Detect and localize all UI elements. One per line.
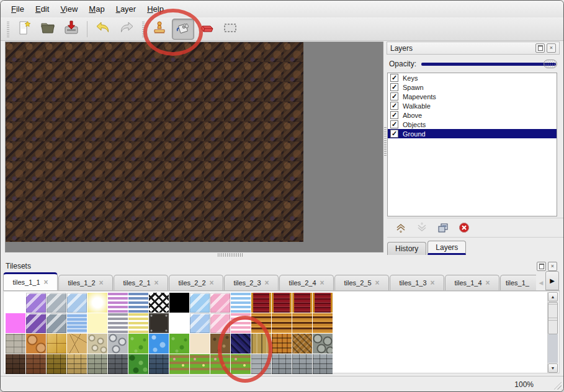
toolbar-drag-handle[interactable] — [6, 21, 10, 37]
save-map-button[interactable] — [60, 19, 83, 40]
layer-visibility-checkbox[interactable]: ✓ — [390, 111, 398, 119]
open-map-button[interactable] — [37, 19, 59, 40]
layer-visibility-checkbox[interactable]: ✓ — [390, 92, 398, 100]
layer-row-objects[interactable]: ✓Objects — [388, 120, 557, 129]
palette-tile-r3-c11[interactable] — [231, 354, 251, 374]
palette-tile-r1-c5[interactable] — [108, 313, 128, 333]
float-panel-icon[interactable] — [535, 43, 545, 53]
palette-tile-r1-c4[interactable] — [87, 313, 107, 333]
layer-row-keys[interactable]: ✓Keys — [388, 73, 557, 82]
tab-close-icon[interactable]: × — [431, 279, 435, 287]
scroll-up-icon[interactable]: ▲ — [548, 292, 558, 301]
tileset-tab-tiles_2_1[interactable]: tiles_2_1× — [114, 275, 168, 290]
palette-tile-r0-c7[interactable] — [149, 293, 169, 313]
palette-tile-r2-c4[interactable] — [87, 334, 107, 354]
menu-view[interactable]: View — [55, 3, 83, 15]
delete-layer-button[interactable] — [458, 221, 470, 234]
float-tilesets-icon[interactable] — [537, 262, 546, 271]
toolbar-drag-handle-2[interactable] — [141, 21, 145, 37]
map-ground-tiles[interactable] — [6, 42, 303, 242]
palette-tile-r3-c15[interactable] — [313, 354, 333, 374]
palette-tile-r2-c11[interactable] — [231, 334, 251, 354]
layer-row-above[interactable]: ✓Above — [388, 110, 557, 120]
layer-row-mapevents[interactable]: ✓Mapevents — [388, 92, 557, 101]
palette-tile-r2-c12[interactable] — [251, 334, 271, 354]
palette-tile-r1-c10[interactable] — [210, 313, 230, 333]
palette-tile-r1-c2[interactable] — [47, 313, 66, 333]
undo-button[interactable] — [92, 19, 114, 40]
tab-layers[interactable]: Layers — [427, 241, 466, 255]
palette-tile-r1-c3[interactable] — [67, 313, 87, 333]
palette-tile-r3-c8[interactable] — [169, 354, 189, 374]
new-map-button[interactable] — [13, 19, 35, 40]
palette-tile-r3-c2[interactable] — [47, 354, 66, 374]
duplicate-layer-button[interactable] — [437, 221, 449, 234]
palette-scrollbar-track[interactable] — [548, 334, 558, 363]
palette-tile-r2-c13[interactable] — [272, 334, 292, 354]
palette-tile-r1-c13[interactable] — [272, 313, 292, 333]
palette-tile-r1-c9[interactable] — [190, 313, 210, 333]
palette-tile-r3-c6[interactable] — [128, 354, 148, 374]
palette-tile-r2-c15[interactable] — [313, 334, 333, 354]
palette-tile-r0-c10[interactable] — [210, 293, 230, 313]
palette-tile-r0-c2[interactable] — [47, 293, 66, 313]
palette-tile-r1-c15[interactable] — [313, 313, 333, 333]
palette-tile-r2-c1[interactable] — [26, 334, 46, 354]
menu-map[interactable]: Map — [83, 3, 110, 15]
palette-tile-r0-c14[interactable] — [292, 293, 312, 313]
stamp-tool-button[interactable] — [148, 19, 171, 40]
palette-tile-r2-c9[interactable] — [190, 334, 210, 354]
palette-tile-r0-c6[interactable] — [128, 293, 148, 313]
fill-tool-button[interactable] — [172, 19, 194, 40]
menu-layer[interactable]: Layer — [110, 3, 142, 15]
layer-visibility-checkbox[interactable]: ✓ — [390, 83, 398, 91]
layer-visibility-checkbox[interactable]: ✓ — [390, 120, 398, 128]
tileset-tab-tiles_1_3[interactable]: tiles_1_3× — [390, 275, 444, 290]
palette-tile-r1-c0[interactable] — [6, 313, 25, 333]
palette-tile-r3-c1[interactable] — [26, 354, 46, 374]
tab-scroll-right-icon[interactable]: ▶ — [545, 271, 559, 290]
tab-close-icon[interactable]: × — [375, 279, 380, 287]
tab-close-icon[interactable]: × — [486, 279, 490, 287]
layer-visibility-checkbox[interactable]: ✓ — [390, 130, 398, 138]
palette-tile-r3-c7[interactable] — [149, 354, 169, 374]
palette-tile-r2-c6[interactable] — [128, 334, 148, 354]
palette-tile-r1-c11[interactable] — [231, 313, 251, 333]
palette-tile-r3-c10[interactable] — [210, 354, 230, 374]
opacity-slider-handle[interactable] — [544, 60, 557, 68]
palette-tile-r1-c7[interactable] — [149, 313, 169, 333]
palette-tile-r1-c14[interactable] — [292, 313, 312, 333]
palette-scrollbar[interactable]: ▲ ▼ — [547, 292, 558, 373]
palette-tile-r3-c13[interactable] — [272, 354, 292, 374]
tab-close-icon[interactable]: × — [210, 279, 214, 287]
palette-tile-r0-c9[interactable] — [190, 293, 210, 313]
palette-tile-r0-c11[interactable] — [231, 293, 251, 313]
palette-tile-r0-c15[interactable] — [313, 293, 333, 313]
palette-tile-r3-c3[interactable] — [67, 354, 87, 374]
layer-row-walkable[interactable]: ✓Walkable — [388, 101, 557, 110]
scroll-down-icon[interactable]: ▼ — [548, 363, 558, 373]
menu-edit[interactable]: Edit — [30, 3, 55, 15]
tab-close-icon[interactable]: × — [99, 279, 104, 287]
palette-tile-r3-c9[interactable] — [190, 354, 210, 374]
tab-scroll-left-icon[interactable]: ◀ — [537, 275, 545, 290]
move-layer-up-button[interactable] — [395, 221, 407, 234]
tileset-tab-tiles_1_4[interactable]: tiles_1_4× — [445, 275, 499, 290]
tileset-tab-tiles_1[interactable]: tiles_1_ — [500, 275, 536, 290]
tileset-tab-tiles_1_1[interactable]: tiles_1_1× — [3, 272, 58, 290]
tab-close-icon[interactable]: × — [44, 278, 48, 286]
tab-close-icon[interactable]: × — [265, 279, 269, 287]
opacity-slider-track[interactable] — [421, 63, 556, 66]
layer-row-ground[interactable]: ✓Ground — [388, 129, 557, 138]
layer-visibility-checkbox[interactable]: ✓ — [390, 102, 398, 110]
palette-tile-r0-c8[interactable] — [169, 293, 189, 313]
menu-help[interactable]: Help — [141, 3, 169, 15]
tileset-tab-tiles_1_2[interactable]: tiles_1_2× — [58, 275, 113, 290]
eraser-tool-button[interactable] — [195, 19, 218, 40]
tileset-tab-tiles_2_2[interactable]: tiles_2_2× — [169, 275, 223, 290]
palette-tile-r0-c3[interactable] — [67, 293, 87, 313]
layer-visibility-checkbox[interactable]: ✓ — [390, 74, 398, 82]
palette-tile-r0-c4[interactable] — [87, 293, 107, 313]
palette-tile-r0-c13[interactable] — [272, 293, 292, 313]
menu-file[interactable]: File — [6, 3, 30, 15]
